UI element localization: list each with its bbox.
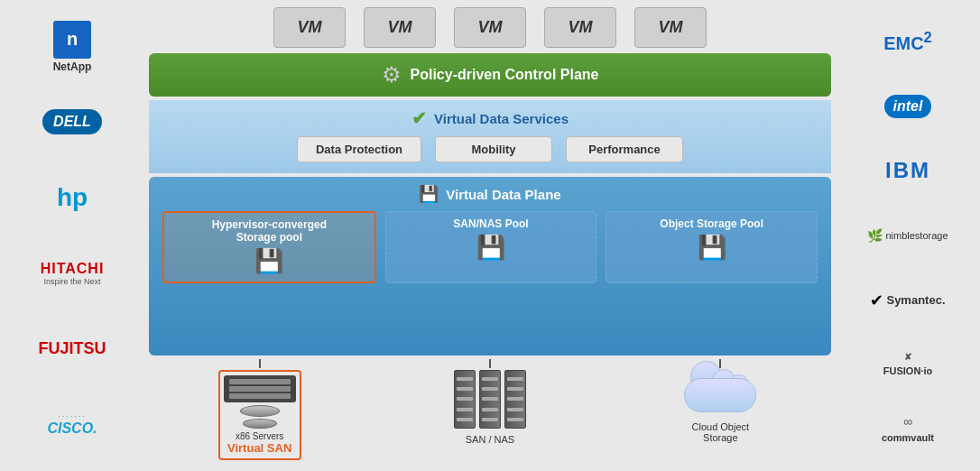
logo-fujitsu: FUJITSU <box>18 321 126 375</box>
center-content: VM VM VM VM VM ⚙ Policy-driven Control P… <box>144 0 836 471</box>
connector-line-3 <box>719 359 721 368</box>
mobility-button[interactable]: Mobility <box>435 136 552 162</box>
logo-intel: intel <box>854 79 962 134</box>
virtual-san-label: Virtual SAN <box>224 441 296 455</box>
netapp-icon: n <box>53 21 91 59</box>
netapp-label: NetApp <box>53 60 92 73</box>
symantec-icon: ✔ <box>870 291 883 310</box>
hypervisor-converged-pool: Hypervisor-convergedStorage pool 💾 <box>162 211 376 283</box>
vm-box-5: VM <box>634 7 707 48</box>
san-racks-visual <box>454 370 526 429</box>
policy-plane: ⚙ Policy-driven Control Plane <box>149 53 831 97</box>
virtual-data-services: ✔ Virtual Data Services Data Protection … <box>149 100 831 173</box>
fujitsu-label: FUJITSU <box>38 339 106 358</box>
virtual-san-column: x86 Servers Virtual SAN <box>149 359 370 460</box>
vm-box-2: VM <box>364 7 436 48</box>
pool-disk-icon-2: 💾 <box>476 234 505 262</box>
intel-label: intel <box>884 95 932 118</box>
nimble-leaf-icon: 🌿 <box>867 228 883 243</box>
fusion-label: FUSION·io <box>883 365 932 376</box>
left-logos-panel: n NetApp DELL hp HITACHI Inspire the Nex… <box>0 0 144 471</box>
logo-dell: DELL <box>18 95 126 149</box>
pool-label-2: SAN/NAS Pool <box>453 217 528 230</box>
vds-buttons: Data Protection Mobility Performance <box>162 136 818 162</box>
checkmark-icon: ✔ <box>411 107 427 129</box>
symantec-label: Symantec. <box>886 293 945 307</box>
san-nas-pool: SAN/NAS Pool 💾 <box>385 211 597 283</box>
cloud-label: Cloud ObjectStorage <box>692 421 750 443</box>
fusion-icon: ✘ <box>883 352 932 362</box>
vm-box-1: VM <box>273 7 346 48</box>
hitachi-label: HITACHI Inspire the Next <box>41 261 105 286</box>
ibm-label: IBM <box>885 158 930 183</box>
vds-title: Virtual Data Services <box>434 111 569 126</box>
connector-line-1 <box>259 359 261 368</box>
cloud-visual <box>680 370 761 420</box>
server-icon: 💾 <box>419 184 439 204</box>
policy-plane-title: Policy-driven Control Plane <box>411 67 599 83</box>
pool-label-1: Hypervisor-convergedStorage pool <box>212 218 327 244</box>
logo-fusion-io: ✘ FUSION·io <box>854 337 962 392</box>
nimble-label: nimblestorage <box>885 230 948 241</box>
dell-label: DELL <box>42 109 102 134</box>
pool-label-3: Object Storage Pool <box>660 217 763 230</box>
x86-label: x86 Servers <box>224 431 296 441</box>
virtual-data-plane-section: 💾 Virtual Data Plane Hypervisor-converge… <box>149 177 831 464</box>
right-logos-panel: EMC2 intel IBM 🌿 nimblestorage ✔ Symante… <box>836 0 980 471</box>
logo-netapp: n NetApp <box>18 20 126 74</box>
connector-line-2 <box>489 359 491 368</box>
virtual-data-plane: 💾 Virtual Data Plane Hypervisor-converge… <box>149 177 831 356</box>
san-nas-column: SAN / NAS <box>379 359 600 460</box>
vdp-header: 💾 Virtual Data Plane <box>162 184 818 204</box>
logo-commvault: ∞ commvault <box>854 402 962 457</box>
logo-hitachi: HITACHI Inspire the Next <box>18 246 126 300</box>
logo-nimble: 🌿 nimblestorage <box>854 208 962 263</box>
hp-label: hp <box>57 183 88 212</box>
object-storage-pool: Object Storage Pool 💾 <box>606 211 818 283</box>
logo-symantec: ✔ Symantec. <box>854 273 962 328</box>
server-visual <box>224 375 296 402</box>
physical-items-row: x86 Servers Virtual SAN <box>149 356 831 464</box>
logo-cisco: ······· CISCO. <box>18 397 126 451</box>
cloud-storage-column: Cloud ObjectStorage <box>610 359 831 460</box>
data-protection-button[interactable]: Data Protection <box>297 136 421 162</box>
logo-hp: hp <box>18 171 126 225</box>
vm-box-3: VM <box>454 7 526 48</box>
logo-emc: EMC2 <box>854 14 962 69</box>
gear-icon: ⚙ <box>382 62 402 88</box>
virtual-san-box: x86 Servers Virtual SAN <box>218 370 301 460</box>
commvault-icon: ∞ <box>882 414 934 429</box>
pool-disk-icon-1: 💾 <box>254 247 283 275</box>
storage-pools: Hypervisor-convergedStorage pool 💾 SAN/N… <box>162 211 818 283</box>
cisco-label: ······· CISCO. <box>47 411 97 437</box>
main-container: n NetApp DELL hp HITACHI Inspire the Nex… <box>0 0 980 471</box>
emc-label: EMC2 <box>883 29 932 54</box>
san-nas-label: SAN / NAS <box>466 434 514 445</box>
vm-box-4: VM <box>544 7 616 48</box>
logo-ibm: IBM <box>854 143 962 198</box>
vdp-title: Virtual Data Plane <box>446 187 560 202</box>
performance-button[interactable]: Performance <box>566 136 683 162</box>
vm-row: VM VM VM VM VM <box>149 7 831 48</box>
commvault-label: commvault <box>882 432 934 443</box>
pool-disk-icon-3: 💾 <box>698 234 726 262</box>
disk-platters <box>224 405 296 429</box>
vds-header: ✔ Virtual Data Services <box>162 107 818 129</box>
